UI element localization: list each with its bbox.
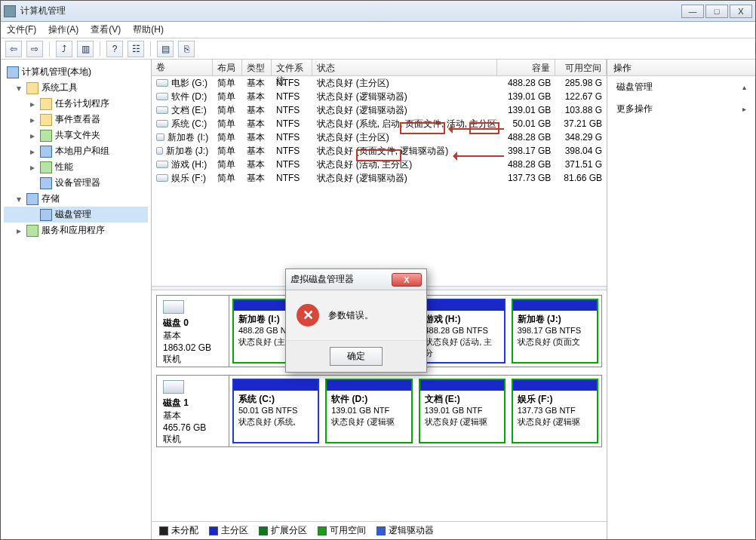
partition[interactable]: 游戏 (H:)488.28 GB NTFS状态良好 (活动, 主分	[419, 299, 506, 364]
table-row[interactable]: 娱乐 (F:)简单基本NTFS状态良好 (逻辑驱动器)137.73 GB81.6…	[152, 171, 607, 185]
drive-icon	[156, 93, 168, 100]
back-icon[interactable]: ⇦	[5, 41, 22, 57]
help-icon[interactable]: ☷	[128, 41, 144, 57]
toolbar: ⇦ ⇨ ⤴ ▥ ? ☷ ▤ ⎘	[1, 38, 755, 60]
refresh-icon[interactable]: ▤	[157, 41, 174, 57]
disk-row[interactable]: 磁盘 1基本465.76 GB联机系统 (C:)50.01 GB NTFS状态良…	[156, 375, 602, 447]
tree-devmgr[interactable]: 设备管理器	[55, 176, 100, 189]
show-hide-icon[interactable]: ▥	[77, 41, 94, 57]
table-row[interactable]: 新加卷 (J:)简单基本NTFS状态良好 (页面文件, 逻辑驱动器)398.17…	[152, 144, 607, 158]
partition[interactable]: 新加卷 (J:)398.17 GB NTFS状态良好 (页面文	[512, 299, 598, 364]
col-volume[interactable]: 卷	[152, 60, 213, 75]
partition[interactable]: 系统 (C:)50.01 GB NTFS状态良好 (系统,	[232, 379, 319, 443]
partition[interactable]: 文档 (E:)139.01 GB NTF状态良好 (逻辑驱	[419, 379, 506, 443]
table-row[interactable]: 新加卷 (I:)简单基本NTFS状态良好 (主分区)488.28 GB348.2…	[152, 130, 607, 144]
col-fs[interactable]: 文件系统	[272, 60, 312, 75]
legend-primary: 主分区	[221, 524, 248, 537]
export-icon[interactable]: ⎘	[178, 41, 195, 57]
partition[interactable]: 娱乐 (F:)137.73 GB NTF状态良好 (逻辑驱	[512, 379, 598, 443]
drive-icon	[156, 120, 168, 127]
actions-pane: 操作 磁盘管理▴ 更多操作▸	[607, 60, 755, 539]
forward-icon[interactable]: ⇨	[26, 41, 43, 57]
task-icon	[40, 98, 52, 110]
dialog-ok-button[interactable]: 确定	[330, 347, 383, 366]
nav-tree[interactable]: 计算机管理(本地) ▾系统工具 ▸任务计划程序 ▸事件查看器 ▸共享文件夹 ▸本…	[1, 60, 152, 539]
tree-users[interactable]: 本地用户和组	[55, 145, 109, 158]
chevron-right-icon: ▸	[742, 105, 746, 113]
devmgr-icon	[40, 177, 52, 189]
legend-unallocated: 未分配	[171, 524, 198, 537]
actions-diskmgmt[interactable]: 磁盘管理▴	[607, 76, 755, 98]
menu-file[interactable]: 文件(F)	[7, 23, 36, 36]
menu-action[interactable]: 操作(A)	[48, 23, 78, 36]
perf-icon	[40, 161, 52, 173]
legend-extended: 扩展分区	[271, 524, 307, 537]
menu-help[interactable]: 帮助(H)	[133, 23, 164, 36]
up-icon[interactable]: ⤴	[56, 41, 72, 57]
table-row[interactable]: 游戏 (H:)简单基本NTFS状态良好 (活动, 主分区)488.28 GB37…	[152, 158, 607, 171]
drive-icon	[156, 133, 164, 141]
tree-systools[interactable]: 系统工具	[41, 81, 78, 94]
tree-shared[interactable]: 共享文件夹	[55, 129, 100, 142]
table-row[interactable]: 文档 (E:)简单基本NTFS状态良好 (逻辑驱动器)139.01 GB103.…	[152, 103, 607, 117]
minimize-button[interactable]: —	[681, 5, 704, 18]
tree-storage[interactable]: 存储	[41, 192, 60, 205]
tree-diskmgmt[interactable]: 磁盘管理	[55, 208, 91, 221]
tree-root[interactable]: 计算机管理(本地)	[22, 66, 91, 78]
col-capacity[interactable]: 容量	[497, 60, 555, 75]
col-status[interactable]: 状态	[312, 60, 497, 75]
drive-icon	[156, 174, 168, 182]
actions-more[interactable]: 更多操作▸	[607, 98, 755, 120]
window-title: 计算机管理	[20, 5, 681, 17]
table-row[interactable]: 系统 (C:)简单基本NTFS状态良好 (系统, 启动, 页面文件, 活动, 主…	[152, 117, 607, 130]
legend: 未分配 主分区 扩展分区 可用空间 逻辑驱动器	[152, 521, 607, 539]
maximize-button[interactable]: □	[705, 5, 728, 18]
error-dialog: 虚拟磁盘管理器 X ✕ 参数错误。 确定	[285, 268, 427, 373]
col-free[interactable]: 可用空间	[555, 60, 607, 75]
drive-icon	[156, 147, 163, 155]
drive-icon	[156, 106, 168, 114]
diskmgmt-icon	[40, 209, 52, 221]
properties-icon[interactable]: ?	[106, 41, 123, 57]
dialog-message: 参数错误。	[328, 309, 373, 322]
close-button[interactable]: X	[730, 5, 752, 18]
tools-icon	[26, 82, 38, 94]
partition[interactable]: 软件 (D:)139.01 GB NTF状态良好 (逻辑驱	[325, 379, 412, 443]
computer-icon	[7, 66, 19, 78]
services-icon	[26, 225, 38, 237]
app-icon	[4, 5, 16, 17]
actions-title: 操作	[607, 60, 755, 76]
error-icon: ✕	[297, 304, 319, 327]
tree-event[interactable]: 事件查看器	[55, 113, 100, 126]
users-icon	[40, 146, 52, 158]
legend-logical: 逻辑驱动器	[389, 524, 434, 537]
drive-icon	[156, 79, 168, 87]
col-layout[interactable]: 布局	[213, 60, 242, 75]
volume-list[interactable]: 电影 (G:)简单基本NTFS状态良好 (主分区)488.28 GB285.98…	[152, 76, 607, 286]
tree-services[interactable]: 服务和应用程序	[41, 224, 105, 237]
legend-free: 可用空间	[330, 524, 366, 537]
event-icon	[40, 114, 52, 126]
collapse-icon: ▴	[742, 83, 746, 91]
drive-icon	[156, 161, 168, 168]
table-row[interactable]: 软件 (D:)简单基本NTFS状态良好 (逻辑驱动器)139.01 GB122.…	[152, 90, 607, 103]
menubar: 文件(F) 操作(A) 查看(V) 帮助(H)	[1, 22, 755, 38]
volume-list-header: 卷 布局 类型 文件系统 状态 容量 可用空间	[152, 60, 607, 76]
dialog-title: 虚拟磁盘管理器	[290, 273, 392, 286]
disk-icon	[163, 300, 184, 314]
storage-icon	[26, 193, 38, 205]
table-row[interactable]: 电影 (G:)简单基本NTFS状态良好 (主分区)488.28 GB285.98…	[152, 76, 607, 90]
menu-view[interactable]: 查看(V)	[91, 23, 121, 36]
col-type[interactable]: 类型	[242, 60, 272, 75]
titlebar[interactable]: 计算机管理 — □ X	[1, 1, 755, 22]
dialog-close-button[interactable]: X	[392, 273, 422, 287]
tree-task[interactable]: 任务计划程序	[55, 97, 109, 110]
shared-icon	[40, 130, 52, 142]
tree-perf[interactable]: 性能	[55, 161, 73, 173]
disk-icon	[163, 380, 184, 394]
